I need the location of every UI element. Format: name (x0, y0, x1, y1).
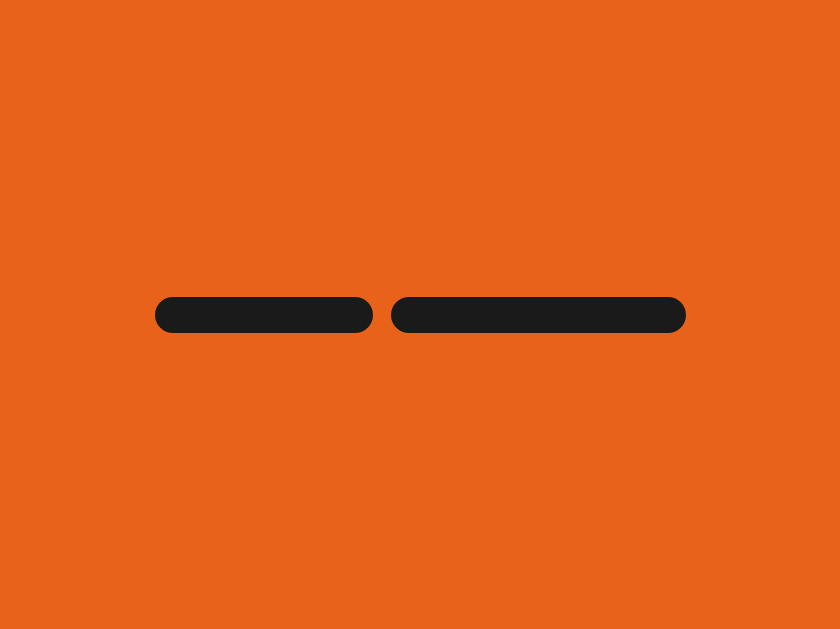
left-phone-panel (155, 297, 373, 333)
right-phone-panel (391, 297, 686, 333)
